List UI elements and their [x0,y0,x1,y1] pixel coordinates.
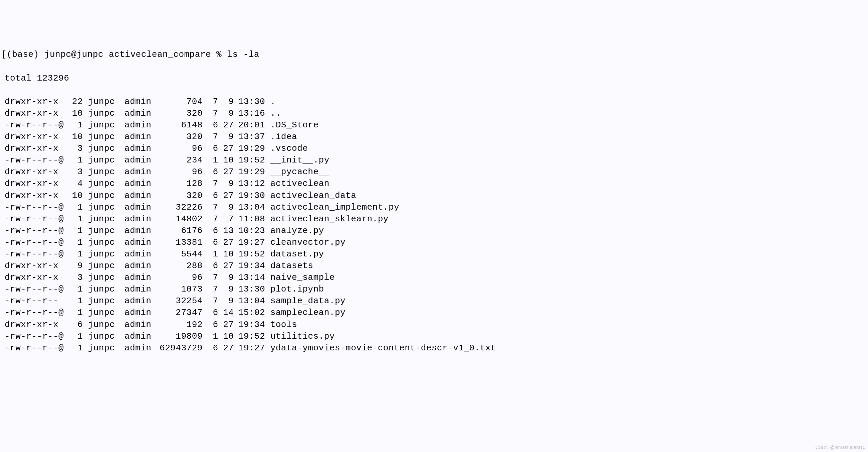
file-time: 13:16 [234,108,265,119]
file-time: 19:52 [234,154,265,166]
file-owner: junpc [83,319,114,331]
file-size: 14802 [151,213,203,225]
file-group: admin [114,260,151,272]
file-size: 6148 [151,119,203,131]
file-permissions: drwxr-xr-x [5,260,62,272]
file-time: 19:27 [234,342,265,354]
file-owner: junpc [83,248,114,260]
file-day: 27 [218,319,234,331]
list-item: -rw-r--r-- 1junpcadmin322547913:04sample… [1,295,868,307]
list-item: -rw-r--r--@1junpcadmin6294372962719:27yd… [1,342,868,354]
file-day: 9 [218,178,234,190]
file-owner: junpc [83,119,114,131]
list-item: -rw-r--r--@1junpcadmin614862720:01.DS_St… [1,119,868,131]
file-month: 6 [203,225,218,237]
file-month: 6 [203,190,218,202]
file-permissions: drwxr-xr-x [5,166,62,178]
file-month: 6 [203,342,218,354]
file-links: 3 [62,143,83,154]
list-item: -rw-r--r--@1junpcadmin1980911019:52utili… [1,331,868,342]
file-group: admin [114,190,151,202]
file-permissions: -rw-r--r--@ [5,225,62,237]
file-time: 13:04 [234,202,265,213]
file-name: analyze.py [265,225,324,237]
file-group: admin [114,119,151,131]
file-size: 1073 [151,283,203,295]
file-month: 6 [203,119,218,131]
file-time: 19:52 [234,248,265,260]
list-item: drwxr-xr-x 10junpcadmin32062719:30active… [1,190,868,202]
file-group: admin [114,154,151,166]
file-size: 32226 [151,202,203,213]
file-permissions: drwxr-xr-x [5,143,62,154]
list-item: -rw-r--r--@1junpcadmin148027711:08active… [1,213,868,225]
file-links: 1 [62,154,83,166]
file-name: utilities.py [265,331,335,342]
file-time: 10:23 [234,225,265,237]
file-group: admin [114,166,151,178]
file-name: activeclean_implement.py [265,202,399,213]
file-time: 13:12 [234,178,265,190]
file-month: 7 [203,96,218,108]
file-day: 27 [218,190,234,202]
file-group: admin [114,295,151,307]
file-links: 1 [62,225,83,237]
file-day: 9 [218,295,234,307]
file-permissions: -rw-r--r--@ [5,248,62,260]
file-day: 14 [218,307,234,319]
file-size: 234 [151,154,203,166]
file-size: 320 [151,190,203,202]
file-day: 9 [218,108,234,119]
list-item: -rw-r--r--@1junpcadmin10737913:30plot.ip… [1,283,868,295]
file-day: 9 [218,131,234,143]
file-size: 704 [151,96,203,108]
file-name: activeclean [265,178,330,190]
file-permissions: -rw-r--r--@ [5,283,62,295]
file-owner: junpc [83,342,114,354]
file-day: 9 [218,272,234,283]
file-listing: drwxr-xr-x 22junpcadmin7047913:30.drwxr-… [1,96,868,354]
file-owner: junpc [83,96,114,108]
file-permissions: -rw-r--r--@ [5,307,62,319]
shell-prompt[interactable]: [(base) junpc@junpc activeclean_compare … [1,49,868,60]
file-size: 320 [151,108,203,119]
file-name: __pycache__ [265,166,330,178]
file-permissions: drwxr-xr-x [5,108,62,119]
file-day: 13 [218,225,234,237]
list-item: drwxr-xr-x 6junpcadmin19262719:34tools [1,319,868,331]
list-item: -rw-r--r--@1junpcadmin2734761415:02sampl… [1,307,868,319]
file-permissions: -rw-r--r--@ [5,202,62,213]
file-size: 288 [151,260,203,272]
file-name: tools [265,319,297,331]
list-item: drwxr-xr-x 22junpcadmin7047913:30. [1,96,868,108]
list-item: -rw-r--r--@1junpcadmin322267913:04active… [1,202,868,213]
file-time: 20:01 [234,119,265,131]
file-permissions: drwxr-xr-x [5,190,62,202]
file-month: 1 [203,248,218,260]
file-permissions: drwxr-xr-x [5,96,62,108]
file-day: 10 [218,331,234,342]
file-links: 1 [62,119,83,131]
file-time: 19:52 [234,331,265,342]
file-month: 7 [203,283,218,295]
file-size: 27347 [151,307,203,319]
file-permissions: -rw-r--r--@ [5,331,62,342]
ls-total-line: total 123296 [1,73,868,84]
file-name: naive_sample [265,272,335,283]
file-owner: junpc [83,202,114,213]
list-item: drwxr-xr-x 3junpcadmin9662719:29__pycach… [1,166,868,178]
file-month: 7 [203,202,218,213]
file-size: 192 [151,319,203,331]
file-permissions: drwxr-xr-x [5,131,62,143]
file-group: admin [114,331,151,342]
file-time: 13:30 [234,283,265,295]
file-size: 5544 [151,248,203,260]
file-owner: junpc [83,190,114,202]
list-item: drwxr-xr-x 3junpcadmin9662719:29.vscode [1,143,868,154]
file-month: 6 [203,307,218,319]
file-name: plot.ipynb [265,283,324,295]
file-name: .DS_Store [265,119,319,131]
file-name: activeclean_sklearn.py [265,213,389,225]
file-month: 7 [203,108,218,119]
file-permissions: drwxr-xr-x [5,319,62,331]
